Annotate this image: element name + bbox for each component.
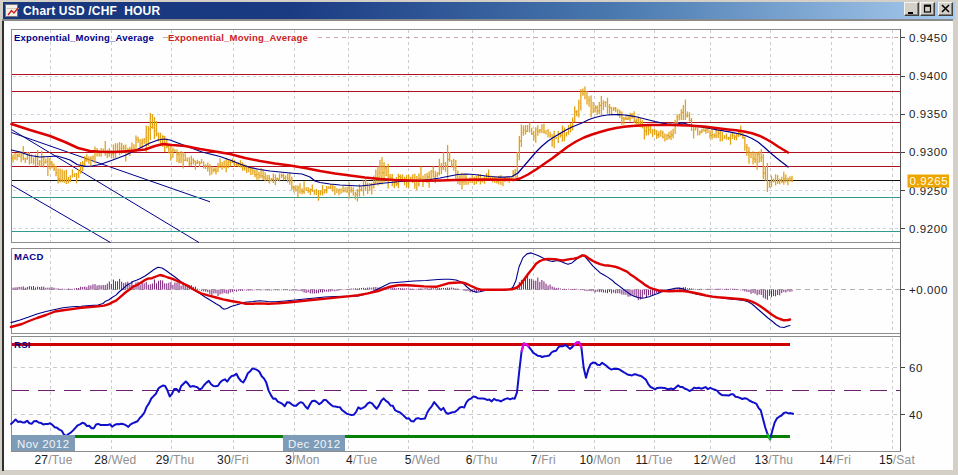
svg-text:MACD: MACD: [14, 251, 44, 262]
svg-text:4/Tue: 4/Tue: [346, 453, 377, 467]
svg-text:10/Mon: 10/Mon: [579, 453, 620, 467]
svg-text:Exponential_Moving_Average: Exponential_Moving_Average: [14, 32, 154, 43]
svg-text:7/Fri: 7/Fri: [531, 453, 556, 467]
svg-text:11/Tue: 11/Tue: [635, 453, 672, 467]
svg-text:Dec 2012: Dec 2012: [288, 438, 340, 450]
svg-text:6/Thu: 6/Thu: [466, 453, 498, 467]
svg-text:0.9200: 0.9200: [909, 223, 948, 235]
svg-text:RSI: RSI: [14, 339, 31, 350]
svg-text:15/Sat: 15/Sat: [879, 453, 915, 467]
svg-text:28/Wed: 28/Wed: [94, 453, 136, 467]
svg-text:13/Thu: 13/Thu: [755, 453, 794, 467]
svg-text:0.9450: 0.9450: [909, 32, 948, 44]
svg-text:60: 60: [909, 362, 923, 374]
svg-text:Exponential_Moving_Average: Exponential_Moving_Average: [168, 32, 308, 43]
svg-text:40: 40: [909, 409, 923, 421]
svg-text:14/Fri: 14/Fri: [819, 453, 851, 467]
svg-text:30/Fri: 30/Fri: [217, 453, 249, 467]
svg-text:5/Wed: 5/Wed: [405, 453, 440, 467]
svg-text:3/Mon: 3/Mon: [285, 453, 319, 467]
svg-text:12/Wed: 12/Wed: [694, 453, 736, 467]
svg-text:29/Thu: 29/Thu: [156, 453, 195, 467]
svg-text:0.9300: 0.9300: [909, 146, 948, 158]
svg-text:0.9400: 0.9400: [909, 70, 948, 82]
svg-text:0.9265: 0.9265: [910, 175, 949, 187]
svg-text:0.9350: 0.9350: [909, 108, 948, 120]
svg-text:+0.000: +0.000: [909, 284, 948, 296]
svg-text:27/Tue: 27/Tue: [34, 453, 72, 467]
svg-text:Nov 2012: Nov 2012: [17, 438, 69, 450]
